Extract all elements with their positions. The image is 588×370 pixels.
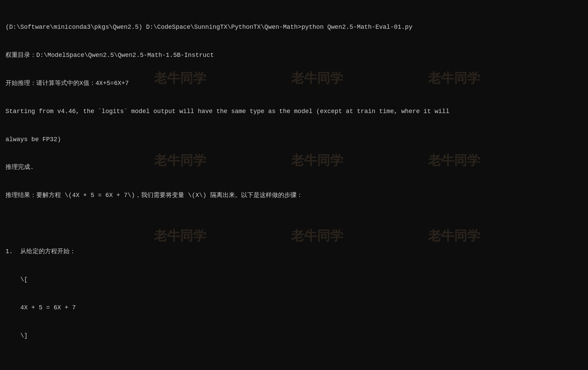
warning-line2: always be FP32) (5, 135, 583, 145)
cmd-line: (D:\Software\miniconda3\pkgs\Qwen2.5) D:… (5, 23, 583, 32)
step1-close-line: \] (5, 331, 583, 341)
reasoning-done-line: 推理完成. (5, 163, 583, 172)
result-intro-line: 推理结果：要解方程 \(4X + 5 = 6X + 7\)，我们需要将变量 \(… (5, 191, 583, 200)
warning-line1: Starting from v4.46, the `logits` model … (5, 107, 583, 116)
step1-header-line: 1. 从给定的方程开始： (5, 247, 583, 257)
weight-dir-line: 权重目录：D:\ModelSpace\Qwen2.5\Qwen2.5-Math-… (5, 51, 583, 60)
blank1 (5, 219, 583, 229)
step1-open-line: \[ (5, 275, 583, 285)
start-reasoning-line: 开始推理：请计算等式中的X值：4X+5=6X+7 (5, 79, 583, 88)
terminal-output: (D:\Software\miniconda3\pkgs\Qwen2.5) D:… (5, 4, 583, 370)
blank2 (5, 359, 583, 369)
step1-eq-line: 4X + 5 = 6X + 7 (5, 303, 583, 313)
